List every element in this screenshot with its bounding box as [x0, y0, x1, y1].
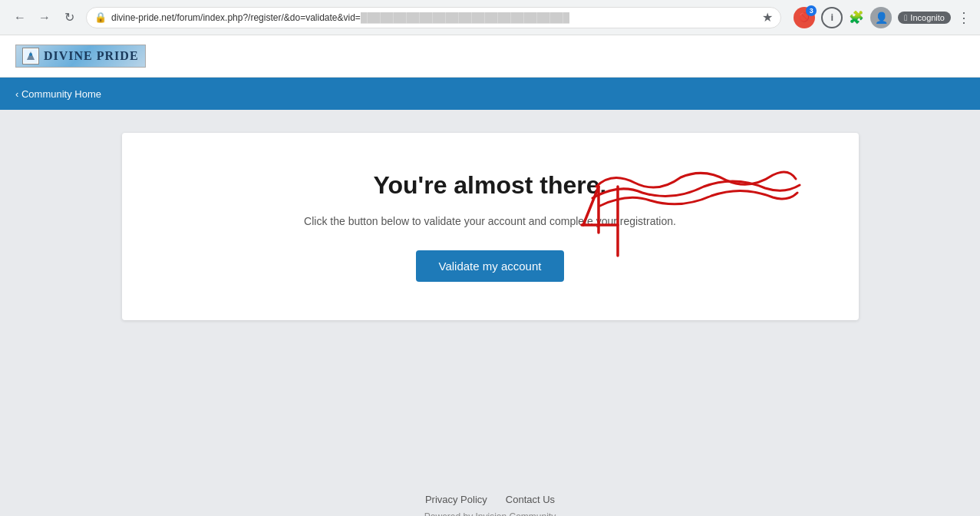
lock-icon: 🔒	[94, 12, 107, 23]
site-footer: Privacy Policy Contact Us Powered by Inv…	[0, 463, 980, 516]
powered-by-text: Powered by Invision Community	[15, 511, 965, 516]
reload-button[interactable]: ↻	[58, 7, 80, 28]
incognito-icon: 🉖	[904, 13, 907, 22]
main-content: You're almost there.	[0, 110, 980, 463]
logo-icon	[22, 48, 39, 64]
heading-row: You're almost there.	[374, 171, 607, 200]
incognito-label: Incognito	[910, 13, 945, 22]
url-hidden-part: ████████████████████████████████	[361, 12, 569, 23]
card-inner: You're almost there.	[168, 171, 813, 282]
extension-badge: 3	[806, 5, 817, 16]
browser-menu-button[interactable]: ⋮	[957, 9, 971, 26]
nav-bar: ‹ Community Home	[0, 78, 980, 110]
browser-right-controls: 🚫 3 i 🧩 👤 🉖 Incognito ⋮	[794, 7, 971, 28]
page-title: You're almost there.	[374, 171, 607, 200]
extensions-button[interactable]: 🚫 3	[794, 7, 815, 28]
validate-account-button[interactable]: Validate my account	[416, 250, 565, 282]
logo-svg	[24, 49, 38, 63]
extensions-puzzle-icon[interactable]: 🧩	[849, 10, 864, 25]
info-button[interactable]: i	[821, 7, 843, 28]
community-home-link[interactable]: ‹ Community Home	[15, 88, 101, 100]
site-header: Divine Pride	[0, 35, 980, 78]
back-button[interactable]: ←	[9, 7, 31, 28]
url-text: divine-pride.net/forum/index.php?/regist…	[111, 12, 757, 23]
contact-us-link[interactable]: Contact Us	[506, 494, 555, 505]
browser-nav-buttons: ← → ↻	[9, 7, 80, 28]
incognito-badge: 🉖 Incognito	[898, 12, 951, 24]
address-bar[interactable]: 🔒 divine-pride.net/forum/index.php?/regi…	[86, 7, 781, 28]
logo-text: Divine Pride	[44, 49, 139, 63]
profile-avatar[interactable]: 👤	[870, 7, 892, 28]
community-home-label: ‹ Community Home	[15, 88, 101, 100]
validation-card: You're almost there.	[122, 133, 859, 320]
star-icon[interactable]: ★	[762, 10, 773, 25]
page-subtitle: Click the button below to validate your …	[304, 215, 676, 227]
forward-button[interactable]: →	[34, 7, 55, 28]
site-logo[interactable]: Divine Pride	[15, 45, 146, 68]
browser-chrome: ← → ↻ 🔒 divine-pride.net/forum/index.php…	[0, 0, 980, 35]
footer-links: Privacy Policy Contact Us	[15, 494, 965, 505]
scribble-annotation	[589, 164, 803, 217]
svg-point-1	[29, 53, 32, 56]
privacy-policy-link[interactable]: Privacy Policy	[425, 494, 487, 505]
